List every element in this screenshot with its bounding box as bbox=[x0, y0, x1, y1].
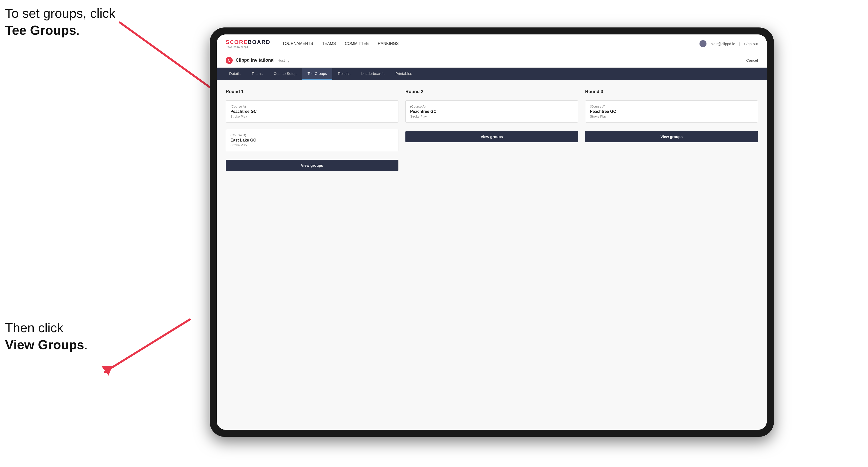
logo-text: SCOREBOARD bbox=[226, 39, 270, 45]
instruction-bottom-bold: View Groups bbox=[5, 338, 84, 352]
tab-course-setup[interactable]: Course Setup bbox=[268, 68, 302, 80]
round-2-title: Round 2 bbox=[405, 89, 578, 94]
tournament-status: Hosting bbox=[278, 58, 289, 62]
round-1-view-groups-button[interactable]: View groups bbox=[226, 160, 398, 171]
round-2-course-a-label: (Course A) bbox=[410, 104, 574, 108]
instruction-bottom-line1: Then click bbox=[5, 320, 63, 335]
nav-committee[interactable]: COMMITTEE bbox=[345, 40, 369, 47]
round-3-course-a-label: (Course A) bbox=[590, 104, 753, 108]
round-2-course-a-name: Peachtree GC bbox=[410, 109, 574, 114]
tab-leaderboards[interactable]: Leaderboards bbox=[356, 68, 390, 80]
logo-area: SCOREBOARD Powered by clippit bbox=[226, 39, 270, 49]
round-2-column: Round 2 (Course A) Peachtree GC Stroke P… bbox=[405, 89, 578, 171]
round-1-course-b-format: Stroke Play bbox=[230, 143, 394, 147]
logo-board: BOARD bbox=[248, 39, 270, 45]
logo-sub: Powered by clippit bbox=[226, 45, 270, 49]
round-1-course-b-label: (Course B) bbox=[230, 133, 394, 137]
tournament-bar: C Clippd Invitational Hosting Cancel bbox=[217, 53, 767, 68]
arrow-view-groups bbox=[90, 312, 210, 392]
round-1-course-b-card: (Course B) East Lake GC Stroke Play bbox=[226, 129, 398, 151]
round-3-course-a-format: Stroke Play bbox=[590, 115, 753, 118]
top-nav: SCOREBOARD Powered by clippit TOURNAMENT… bbox=[217, 34, 767, 53]
svg-marker-4 bbox=[101, 366, 112, 376]
round-1-title: Round 1 bbox=[226, 89, 398, 94]
round-3-view-groups-button[interactable]: View groups bbox=[585, 131, 758, 142]
main-content: Round 1 (Course A) Peachtree GC Stroke P… bbox=[217, 80, 767, 430]
tab-teams[interactable]: Teams bbox=[246, 68, 268, 80]
tournament-name: Clippd Invitational bbox=[236, 58, 275, 63]
instruction-top-suffix: . bbox=[76, 23, 80, 37]
logo-score: SCORE bbox=[226, 39, 248, 45]
cancel-button[interactable]: Cancel bbox=[746, 58, 758, 62]
round-1-course-a-format: Stroke Play bbox=[230, 115, 394, 118]
instruction-bottom: Then click View Groups. bbox=[5, 319, 88, 353]
nav-right: blair@clippd.io | Sign out bbox=[700, 40, 758, 47]
tablet: SCOREBOARD Powered by clippit TOURNAMENT… bbox=[210, 27, 774, 437]
round-2-course-a-format: Stroke Play bbox=[410, 115, 574, 118]
round-1-course-b-name: East Lake GC bbox=[230, 138, 394, 143]
svg-line-3 bbox=[105, 319, 190, 372]
nav-rankings[interactable]: RANKINGS bbox=[378, 40, 399, 47]
instruction-bottom-suffix: . bbox=[84, 338, 88, 352]
round-2-view-groups-button[interactable]: View groups bbox=[405, 131, 578, 142]
round-1-course-a-name: Peachtree GC bbox=[230, 109, 394, 114]
round-1-course-a-card: (Course A) Peachtree GC Stroke Play bbox=[226, 100, 398, 123]
tournament-title-area: C Clippd Invitational Hosting bbox=[226, 57, 289, 64]
tab-results[interactable]: Results bbox=[332, 68, 356, 80]
round-3-course-a-card: (Course A) Peachtree GC Stroke Play bbox=[585, 100, 758, 123]
nav-links: TOURNAMENTS TEAMS COMMITTEE RANKINGS bbox=[282, 40, 700, 47]
user-email: blair@clippd.io bbox=[711, 42, 735, 46]
tab-tee-groups[interactable]: Tee Groups bbox=[302, 68, 333, 80]
instruction-top-line1: To set groups, click bbox=[5, 6, 115, 21]
nav-tournaments[interactable]: TOURNAMENTS bbox=[282, 40, 313, 47]
round-3-title: Round 3 bbox=[585, 89, 758, 94]
tab-printables[interactable]: Printables bbox=[390, 68, 417, 80]
tabs-bar: Details Teams Course Setup Tee Groups Re… bbox=[217, 68, 767, 80]
tab-details[interactable]: Details bbox=[224, 68, 246, 80]
round-1-column: Round 1 (Course A) Peachtree GC Stroke P… bbox=[226, 89, 398, 171]
tablet-screen: SCOREBOARD Powered by clippit TOURNAMENT… bbox=[217, 34, 767, 430]
round-1-course-a-label: (Course A) bbox=[230, 104, 394, 108]
rounds-container: Round 1 (Course A) Peachtree GC Stroke P… bbox=[226, 89, 758, 171]
tournament-icon: C bbox=[226, 57, 232, 64]
round-3-column: Round 3 (Course A) Peachtree GC Stroke P… bbox=[585, 89, 758, 171]
round-2-course-a-card: (Course A) Peachtree GC Stroke Play bbox=[405, 100, 578, 123]
instruction-top-bold: Tee Groups bbox=[5, 23, 76, 37]
instruction-top: To set groups, click Tee Groups. bbox=[5, 5, 115, 39]
nav-teams[interactable]: TEAMS bbox=[322, 40, 336, 47]
user-avatar bbox=[700, 40, 707, 47]
sign-out-link[interactable]: Sign out bbox=[744, 42, 758, 46]
round-3-course-a-name: Peachtree GC bbox=[590, 109, 753, 114]
